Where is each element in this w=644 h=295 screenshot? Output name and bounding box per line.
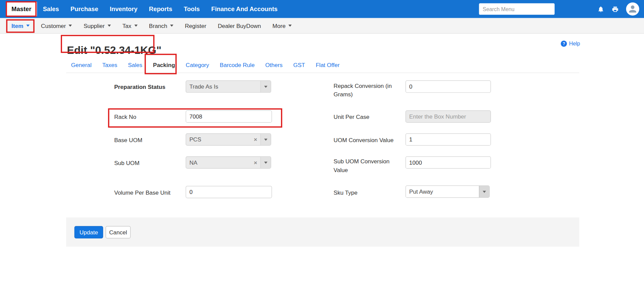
help-link[interactable]: ? Help — [561, 41, 580, 47]
question-circle-icon: ? — [561, 41, 567, 47]
sub-uom-conversion-value-input[interactable] — [406, 156, 491, 169]
tab-taxes[interactable]: Taxes — [97, 60, 122, 70]
content-divider — [66, 73, 579, 73]
subnav-item-label: Dealer BuyDown — [218, 22, 261, 29]
unit-per-case-label: Unit Per Case — [333, 113, 369, 120]
subnav-item-label: Customer — [41, 22, 66, 29]
tab-category[interactable]: Category — [180, 60, 214, 70]
printer-icon[interactable] — [612, 5, 619, 12]
chevron-down-icon[interactable] — [260, 157, 270, 168]
chevron-down-icon[interactable] — [479, 186, 489, 197]
tab-packing[interactable]: Packing — [148, 60, 180, 70]
sku-type-value: Put Away — [406, 188, 479, 195]
tab-sales[interactable]: Sales — [123, 60, 148, 70]
tab-bar: General Taxes Sales Packing Category Bar… — [66, 60, 345, 70]
repack-conversion-label: Repack Conversion (in Grams) — [333, 81, 399, 99]
chevron-down-icon — [170, 25, 173, 27]
chevron-down-icon — [260, 81, 270, 92]
chevron-down-icon — [108, 25, 111, 27]
tab-gst[interactable]: GST — [288, 60, 311, 70]
sub-navbar: Item Customer Supplier Tax Branch Regist… — [0, 18, 644, 34]
subnav-item-label: Item — [11, 22, 23, 29]
volume-per-base-unit-input[interactable] — [186, 186, 272, 198]
preparation-status-label: Preparation Status — [114, 84, 166, 90]
nav-item-inventory[interactable]: Inventory — [104, 0, 143, 18]
tab-flat-offer[interactable]: Flat Offer — [311, 60, 345, 70]
tab-others[interactable]: Others — [260, 60, 288, 70]
base-uom-select[interactable]: PCS × — [186, 133, 271, 146]
update-button[interactable]: Update — [75, 226, 103, 238]
preparation-status-value: Trade As Is — [186, 83, 261, 90]
preparation-status-select: Trade As Is — [186, 80, 271, 93]
sub-uom-select[interactable]: NA × — [186, 156, 271, 169]
subnav-item-label: Tax — [122, 22, 131, 29]
subnav-item-label: Branch — [149, 22, 167, 29]
chevron-down-icon — [26, 25, 30, 27]
sku-type-select[interactable]: Put Away — [406, 186, 490, 198]
repack-conversion-input[interactable] — [406, 80, 491, 93]
tab-general[interactable]: General — [66, 60, 97, 70]
subnav-item-tax[interactable]: Tax — [117, 18, 143, 33]
top-navbar: Master Sales Purchase Inventory Reports … — [0, 0, 644, 18]
sku-type-label: Sku Type — [333, 189, 357, 196]
nav-item-tools[interactable]: Tools — [178, 0, 205, 18]
subnav-item-item[interactable]: Item — [6, 18, 35, 33]
nav-item-purchase[interactable]: Purchase — [65, 0, 104, 18]
user-avatar[interactable] — [626, 2, 639, 15]
base-uom-label: Base UOM — [114, 137, 142, 143]
subnav-item-branch[interactable]: Branch — [143, 18, 179, 33]
nav-item-finance-and-accounts[interactable]: Finance And Accounts — [205, 0, 283, 18]
chevron-down-icon — [69, 25, 72, 27]
subnav-item-label: More — [272, 22, 286, 29]
bell-icon[interactable] — [597, 5, 605, 12]
nav-item-master[interactable]: Master — [6, 2, 37, 17]
nav-item-reports[interactable]: Reports — [143, 0, 178, 18]
subnav-item-more[interactable]: More — [267, 18, 297, 33]
subnav-item-customer[interactable]: Customer — [35, 18, 78, 33]
subnav-item-dealer-buydown[interactable]: Dealer BuyDown — [212, 18, 267, 33]
sub-uom-value: NA — [186, 159, 254, 166]
app-root: Master Sales Purchase Inventory Reports … — [0, 0, 644, 295]
uom-conversion-value-label: UOM Conversion Value — [333, 137, 393, 143]
rack-no-label: Rack No — [114, 113, 136, 120]
subnav-item-label: Supplier — [84, 22, 105, 29]
subnav-item-label: Register — [185, 22, 206, 29]
chevron-down-icon — [134, 25, 138, 27]
clear-icon[interactable]: × — [254, 160, 257, 165]
help-label: Help — [569, 41, 580, 47]
volume-per-base-unit-label: Volume Per Base Unit — [114, 189, 171, 196]
topnav-right-tools — [479, 2, 644, 15]
sub-uom-label: Sub UOM — [114, 160, 140, 166]
form-footer: Update Cancel — [66, 218, 579, 247]
base-uom-value: PCS — [186, 136, 254, 143]
unit-per-case-input — [406, 110, 491, 123]
subnav-item-register[interactable]: Register — [179, 18, 212, 33]
search-input[interactable] — [479, 3, 555, 15]
chevron-down-icon[interactable] — [260, 134, 270, 145]
sub-uom-conversion-value-label: Sub UOM Conversion Value — [333, 157, 399, 174]
cancel-button[interactable]: Cancel — [106, 226, 130, 238]
clear-icon[interactable]: × — [254, 137, 257, 142]
subnav-item-supplier[interactable]: Supplier — [78, 18, 117, 33]
uom-conversion-value-input[interactable] — [406, 133, 491, 146]
tab-barcode-rule[interactable]: Barcode Rule — [214, 60, 260, 70]
page-title: Edit "0.52.34-1KG" — [67, 44, 162, 57]
nav-item-sales[interactable]: Sales — [37, 0, 65, 18]
rack-no-input[interactable] — [186, 110, 272, 123]
chevron-down-icon — [288, 25, 292, 27]
